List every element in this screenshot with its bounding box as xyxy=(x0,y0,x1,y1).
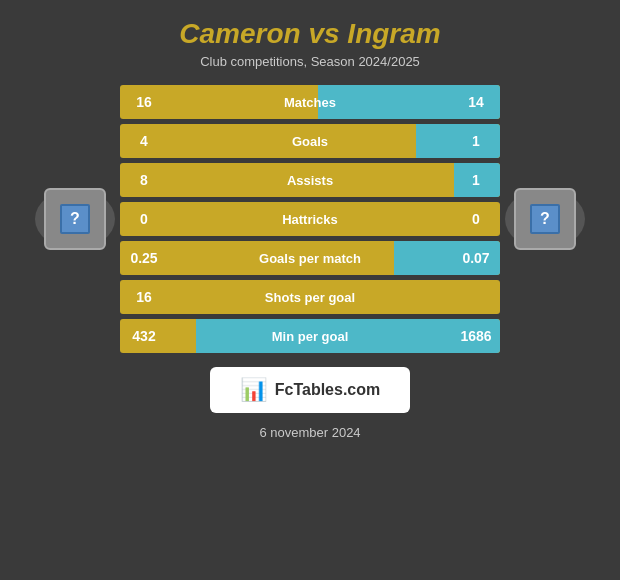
right-player-icon: ? xyxy=(530,204,560,234)
stat-row-hattricks: 0Hattricks0 xyxy=(120,202,500,236)
brand-icon: 📊 xyxy=(240,377,267,403)
stat-right-goals: 1 xyxy=(452,133,500,149)
date-label: 6 november 2024 xyxy=(259,425,360,440)
stat-row-goals: 4Goals1 xyxy=(120,124,500,158)
stat-label-goals-per-match: Goals per match xyxy=(259,251,361,266)
stat-left-goals: 4 xyxy=(120,133,168,149)
right-player-avatar: ? xyxy=(500,189,590,249)
stat-label-matches: Matches xyxy=(284,95,336,110)
stat-right-min-per-goal: 1686 xyxy=(452,328,500,344)
page-title: Cameron vs Ingram xyxy=(179,18,440,50)
stat-left-hattricks: 0 xyxy=(120,211,168,227)
stat-right-assists: 1 xyxy=(452,172,500,188)
left-player-avatar: ? xyxy=(30,189,120,249)
stat-label-min-per-goal: Min per goal xyxy=(272,329,349,344)
stat-left-shots-per-goal: 16 xyxy=(120,289,168,305)
stat-row-assists: 8Assists1 xyxy=(120,163,500,197)
stat-row-goals-per-match: 0.25Goals per match0.07 xyxy=(120,241,500,275)
brand-name: FcTables.com xyxy=(275,381,381,399)
stat-left-goals-per-match: 0.25 xyxy=(120,250,168,266)
left-player-icon: ? xyxy=(60,204,90,234)
stat-row-shots-per-goal: 16Shots per goal xyxy=(120,280,500,314)
subtitle: Club competitions, Season 2024/2025 xyxy=(200,54,420,69)
stat-row-min-per-goal: 432Min per goal1686 xyxy=(120,319,500,353)
stat-row-matches: 16Matches14 xyxy=(120,85,500,119)
stat-label-goals: Goals xyxy=(292,134,328,149)
stat-right-matches: 14 xyxy=(452,94,500,110)
stats-table: 16Matches144Goals18Assists10Hattricks00.… xyxy=(120,85,500,353)
brand-box: 📊 FcTables.com xyxy=(210,367,410,413)
stat-left-matches: 16 xyxy=(120,94,168,110)
stat-right-goals-per-match: 0.07 xyxy=(452,250,500,266)
stat-left-assists: 8 xyxy=(120,172,168,188)
stat-label-shots-per-goal: Shots per goal xyxy=(265,290,355,305)
stat-label-assists: Assists xyxy=(287,173,333,188)
stat-right-hattricks: 0 xyxy=(452,211,500,227)
stat-left-min-per-goal: 432 xyxy=(120,328,168,344)
stat-label-hattricks: Hattricks xyxy=(282,212,338,227)
